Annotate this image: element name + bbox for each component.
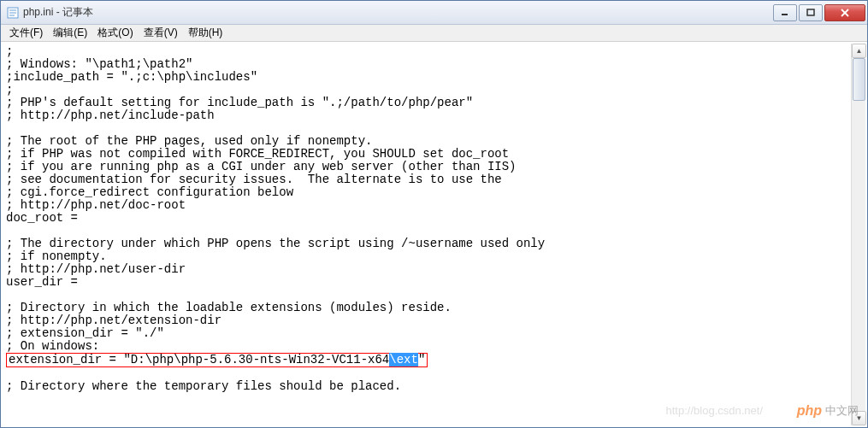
scroll-thumb[interactable]: [853, 58, 865, 101]
vertical-scrollbar[interactable]: ▲ ▼: [851, 44, 865, 425]
notepad-window: php.ini - 记事本 文件(F) 编辑(E) 格式(O) 查看(V) 帮助…: [0, 0, 868, 428]
notepad-icon: [6, 6, 20, 20]
close-button[interactable]: [824, 4, 865, 21]
menu-format[interactable]: 格式(O): [92, 24, 138, 42]
window-title: php.ini - 记事本: [23, 5, 771, 20]
watermark-url: http://blog.csdn.net/: [666, 404, 763, 417]
editor-area: ; ; Windows: "\path1;\path2" ;include_pa…: [1, 42, 867, 427]
menu-file[interactable]: 文件(F): [4, 24, 48, 42]
titlebar[interactable]: php.ini - 记事本: [1, 1, 867, 25]
menu-edit[interactable]: 编辑(E): [48, 24, 92, 42]
selected-text: \ext: [389, 353, 418, 366]
watermark-logo: php 中文网: [797, 403, 859, 419]
watermark-brand-suffix: 中文网: [825, 403, 859, 419]
scroll-up-icon[interactable]: ▲: [852, 44, 866, 58]
text-content[interactable]: ; ; Windows: "\path1;\path2" ;include_pa…: [3, 44, 851, 425]
watermark-brand-prefix: php: [797, 403, 822, 419]
highlighted-line: extension_dir = "D:\php\php-5.6.30-nts-W…: [6, 353, 428, 367]
window-controls: [771, 4, 865, 21]
minimize-button[interactable]: [773, 4, 797, 21]
menu-help[interactable]: 帮助(H): [183, 24, 228, 42]
menu-view[interactable]: 查看(V): [139, 24, 183, 42]
menubar: 文件(F) 编辑(E) 格式(O) 查看(V) 帮助(H): [1, 25, 867, 42]
maximize-button[interactable]: [799, 4, 823, 21]
svg-rect-5: [807, 9, 814, 15]
